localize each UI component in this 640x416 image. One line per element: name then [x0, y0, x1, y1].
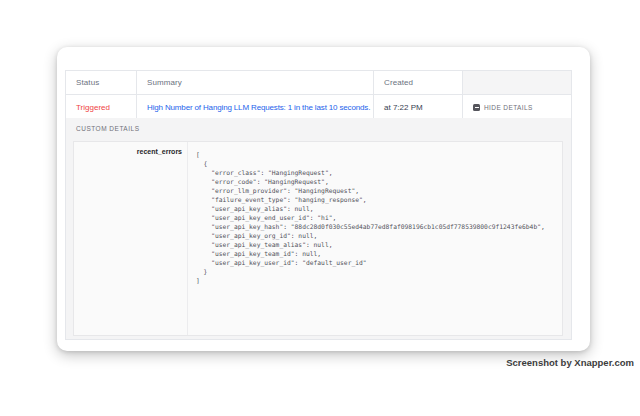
- details-field-value: [ { "error_class": "HangingRequest", "er…: [188, 142, 562, 335]
- hide-details-label: HIDE DETAILS: [484, 104, 533, 111]
- details-field-key: recent_errors: [74, 142, 188, 335]
- actions-cell: HIDE DETAILS: [462, 95, 571, 119]
- status-cell: Triggered: [66, 95, 136, 119]
- details-kv-table: recent_errors [ { "error_class": "Hangin…: [73, 141, 563, 336]
- column-header-status: Status: [66, 71, 136, 94]
- recent-errors-json: [ { "error_class": "HangingRequest", "er…: [196, 150, 558, 285]
- created-timestamp: at 7:22 PM: [384, 103, 423, 112]
- summary-cell: High Number of Hanging LLM Requests: 1 i…: [136, 95, 373, 119]
- column-header-created: Created: [373, 71, 462, 94]
- alert-summary-link[interactable]: High Number of Hanging LLM Requests: 1 i…: [147, 103, 370, 112]
- column-header-summary: Summary: [136, 71, 373, 94]
- custom-details-heading: CUSTOM DETAILS: [76, 125, 139, 132]
- table-row: Triggered High Number of Hanging LLM Req…: [66, 94, 571, 119]
- watermark-text: Screenshot by Xnapper.com: [506, 357, 634, 368]
- column-header-actions: [462, 71, 571, 94]
- hide-details-button[interactable]: HIDE DETAILS: [473, 104, 533, 111]
- alerts-table: Status Summary Created Triggered High Nu…: [65, 70, 572, 120]
- screenshot-canvas: Status Summary Created Triggered High Nu…: [0, 0, 640, 416]
- created-cell: at 7:22 PM: [373, 95, 462, 119]
- status-badge: Triggered: [76, 103, 110, 112]
- custom-details-panel: CUSTOM DETAILS recent_errors [ { "error_…: [65, 118, 572, 340]
- table-header-row: Status Summary Created: [66, 71, 571, 94]
- minus-square-icon: [473, 104, 480, 111]
- alerts-card: Status Summary Created Triggered High Nu…: [57, 47, 590, 351]
